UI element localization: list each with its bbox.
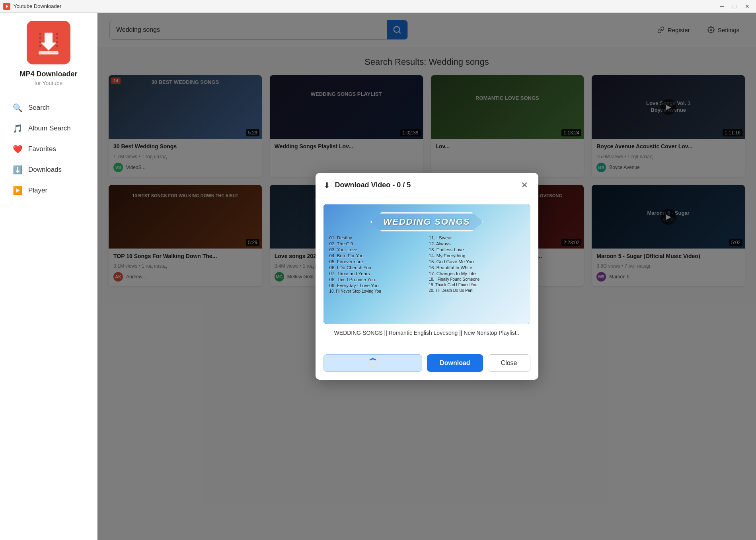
list-item: 15. God Gave Me You: [429, 259, 524, 264]
modal-download-button[interactable]: Download: [427, 354, 483, 372]
wedding-list-left: 01. Destiny 02. The Gift 03. Your Love 0…: [329, 235, 425, 320]
app-window: Youtube Downloader ─ □ ✕: [0, 0, 756, 540]
svg-rect-3: [45, 33, 53, 44]
list-item: 03. Your Love: [329, 247, 425, 252]
sidebar-item-label-search: Search: [28, 104, 50, 112]
list-item: 07. Thousand Years: [329, 271, 425, 276]
modal-close-button[interactable]: Close: [488, 354, 530, 372]
svg-point-7: [39, 37, 41, 39]
search-icon: 🔍: [13, 103, 23, 113]
svg-point-12: [56, 41, 58, 43]
list-item: 06. I Do Cherish You: [329, 265, 425, 270]
modal-close-x-button[interactable]: ✕: [518, 179, 530, 191]
modal-header: ⬇ Download Video - 0 / 5 ✕: [316, 173, 538, 198]
list-item: 05. Forevermore: [329, 259, 425, 264]
loading-spinner: [368, 358, 378, 368]
list-item: 08. This I Promise You: [329, 277, 425, 282]
window-title: Youtube Downloader: [14, 3, 61, 9]
album-search-icon: 🎵: [13, 124, 23, 133]
loading-bar: [323, 354, 423, 372]
sidebar-nav: 🔍 Search 🎵 Album Search ❤️ Favorites ⬇️ …: [0, 98, 97, 200]
wedding-title-area: WEDDING SONGS: [362, 204, 491, 235]
list-item: 19. Thank God I Found You: [429, 283, 524, 287]
modal-download-icon: ⬇: [323, 181, 330, 190]
close-button[interactable]: ✕: [742, 2, 753, 11]
maximize-button[interactable]: □: [729, 2, 740, 11]
list-item: 04. Born For You: [329, 253, 425, 258]
downloads-icon: ⬇️: [13, 165, 23, 175]
modal-title: Download Video - 0 / 5: [335, 181, 411, 189]
list-item: 14. My Everything: [429, 253, 524, 258]
player-icon: ▶️: [13, 186, 23, 195]
modal-body: WEDDING SONGS 01. Destiny 02. The Gift 0…: [316, 198, 538, 350]
download-modal: ⬇ Download Video - 0 / 5 ✕ WEDDING SONGS: [316, 173, 538, 380]
title-bar-left: Youtube Downloader: [3, 3, 61, 10]
sidebar: MP4 Downloader for Youtube 🔍 Search 🎵 Al…: [0, 13, 97, 540]
svg-point-9: [39, 45, 41, 47]
window-controls: ─ □ ✕: [716, 2, 753, 11]
modal-footer: Download Close: [316, 350, 538, 380]
minimize-button[interactable]: ─: [716, 2, 727, 11]
wedding-thumb-visual: WEDDING SONGS 01. Destiny 02. The Gift 0…: [323, 204, 530, 324]
modal-header-left: ⬇ Download Video - 0 / 5: [323, 181, 411, 190]
svg-point-13: [56, 45, 58, 47]
list-item: 16. Beautiful In White: [429, 265, 524, 270]
sidebar-item-label-downloads: Downloads: [28, 166, 62, 174]
svg-point-11: [56, 37, 58, 39]
list-item: 02. The Gift: [329, 241, 425, 246]
sidebar-item-downloads[interactable]: ⬇️ Downloads: [6, 160, 91, 179]
list-item: 13. Endless Love: [429, 247, 524, 252]
sidebar-item-player[interactable]: ▶️ Player: [6, 181, 91, 200]
app-sub: for Youtube: [35, 80, 63, 86]
wedding-list-right: 11. I Swear 12. Always 13. Endless Love …: [429, 235, 524, 320]
main-layout: MP4 Downloader for Youtube 🔍 Search 🎵 Al…: [0, 13, 756, 540]
wedding-song-list: 01. Destiny 02. The Gift 03. Your Love 0…: [323, 235, 530, 324]
sidebar-item-label-player: Player: [28, 186, 47, 194]
list-item: 01. Destiny: [329, 235, 425, 240]
sidebar-item-label-album: Album Search: [28, 124, 71, 132]
svg-point-6: [39, 33, 41, 35]
svg-point-8: [39, 41, 41, 43]
sidebar-item-favorites[interactable]: ❤️ Favorites: [6, 140, 91, 159]
title-bar: Youtube Downloader ─ □ ✕: [0, 0, 756, 13]
modal-overlay: ⬇ Download Video - 0 / 5 ✕ WEDDING SONGS: [97, 13, 756, 540]
list-item: 09. Everyday I Love You: [329, 283, 425, 288]
list-item: 17. Changes In My Life: [429, 271, 524, 276]
modal-video-label: WEDDING SONGS || Romantic English Loveso…: [323, 329, 530, 337]
svg-rect-5: [39, 51, 58, 54]
svg-point-10: [56, 33, 58, 35]
list-item: 18. I Finally Found Someone: [429, 277, 524, 282]
list-item: 12. Always: [429, 241, 524, 246]
app-name: MP4 Downloader: [19, 70, 77, 78]
modal-video-thumbnail: WEDDING SONGS 01. Destiny 02. The Gift 0…: [323, 204, 530, 324]
favorites-icon: ❤️: [13, 144, 23, 154]
app-icon: [3, 3, 10, 10]
sidebar-logo: [27, 21, 70, 64]
sidebar-item-label-favorites: Favorites: [28, 145, 56, 153]
wedding-diamond-title: WEDDING SONGS: [370, 212, 483, 231]
list-item: 10. I'll Never Stop Loving You: [329, 289, 425, 293]
content-area: Register Settings Search Results: Weddin…: [97, 13, 756, 540]
list-item: 11. I Swear: [429, 235, 524, 240]
list-item: 20. Till Death Do Us Part: [429, 288, 524, 293]
sidebar-item-search[interactable]: 🔍 Search: [6, 98, 91, 117]
sidebar-item-album-search[interactable]: 🎵 Album Search: [6, 119, 91, 138]
